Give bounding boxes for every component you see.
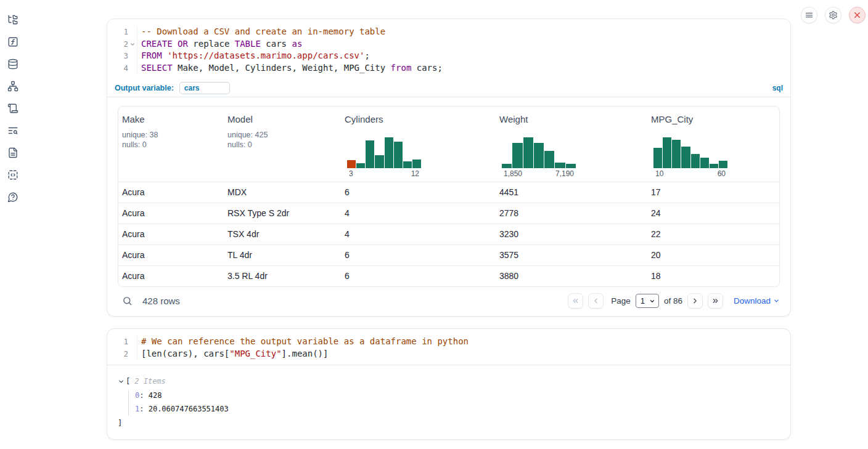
histogram-bar[interactable]	[566, 164, 576, 168]
code-text: [len(cars), cars["MPG_City"].mean()]	[137, 348, 328, 360]
sidebar-item-documentation[interactable]	[7, 147, 18, 158]
column-stats: unique: 38nulls: 0	[122, 130, 224, 150]
file-text-icon	[7, 147, 18, 158]
download-button[interactable]: Download	[734, 296, 780, 305]
table-cell: RSX Type S 2dr	[224, 208, 341, 218]
scroll-icon	[7, 103, 18, 114]
column-header-cylinders[interactable]: Cylinders312	[341, 107, 496, 182]
line-number: 1	[107, 336, 137, 348]
search-icon[interactable]	[122, 296, 133, 306]
column-name: Weight	[499, 114, 647, 124]
sidebar-item-snippets[interactable]	[7, 169, 18, 180]
function-square-icon	[7, 36, 18, 47]
fold-chevron-icon	[129, 41, 136, 47]
sidebar-item-help[interactable]	[7, 192, 18, 203]
sidebar-item-scratchpad[interactable]	[7, 103, 18, 114]
histogram-bar[interactable]	[356, 163, 365, 168]
column-header-mpg_city[interactable]: MPG_City1060	[647, 107, 779, 182]
output-variable-input[interactable]	[179, 82, 230, 94]
table-cell: Acura	[118, 271, 224, 281]
tree-close-bracket: ]	[118, 416, 780, 430]
histogram-bar[interactable]	[672, 140, 681, 168]
chevron-down-icon	[649, 298, 655, 304]
table-cell: MDX	[224, 187, 341, 197]
axis-label: 1,850	[504, 169, 522, 178]
line-number: 2	[107, 38, 137, 51]
network-icon	[7, 81, 18, 92]
next-page-button[interactable]	[687, 293, 703, 309]
chevrons-right-icon	[711, 297, 719, 305]
histogram-bar[interactable]	[523, 137, 533, 168]
output-variable-label: Output variable:	[115, 84, 174, 92]
sidebar	[0, 0, 26, 449]
python-code-editor[interactable]: 1# We can reference the output variable …	[107, 329, 790, 365]
histogram-bar[interactable]	[681, 147, 690, 168]
tree-items-count: 2 Items	[134, 374, 166, 388]
table-cell: 6	[341, 271, 496, 281]
column-header-make[interactable]: Makeunique: 38nulls: 0	[118, 107, 224, 182]
table-cell: 6	[341, 250, 496, 260]
histogram-bar[interactable]	[653, 148, 662, 168]
histogram-bar[interactable]	[502, 164, 512, 168]
histogram-bar[interactable]	[544, 151, 554, 168]
histogram-bar[interactable]	[394, 142, 403, 168]
table-cell: 4	[341, 208, 496, 218]
table-cell: 4	[341, 229, 496, 239]
table-row[interactable]: AcuraMDX6445117	[118, 182, 779, 203]
code-text: FROM 'https://datasets.marimo.app/cars.c…	[137, 50, 370, 62]
sidebar-item-file-explorer[interactable]	[7, 14, 18, 25]
hamburger-icon	[805, 10, 814, 20]
axis-label: 60	[718, 169, 726, 178]
histogram-bar[interactable]	[375, 155, 383, 168]
fold-toggle[interactable]	[129, 41, 136, 47]
prev-page-button[interactable]	[588, 293, 604, 309]
column-header-model[interactable]: Modelunique: 425nulls: 0	[224, 107, 341, 182]
gear-icon	[829, 10, 838, 20]
histogram-bar[interactable]	[534, 143, 544, 168]
sidebar-item-data-sources[interactable]	[7, 59, 18, 70]
histogram-bar[interactable]	[700, 158, 709, 168]
sql-code-editor[interactable]: 1-- Download a CSV and create an in-memo…	[107, 19, 790, 79]
sidebar-item-functions[interactable]	[7, 36, 18, 47]
table-row[interactable]: AcuraTSX 4dr4323022	[118, 224, 779, 245]
histogram-bar[interactable]	[719, 161, 727, 168]
table-cell: 3230	[496, 229, 647, 239]
histogram-bar[interactable]	[403, 161, 412, 168]
tree-open-bracket: [	[126, 374, 130, 388]
column-header-weight[interactable]: Weight1,8507,190	[496, 107, 647, 182]
page-select[interactable]: 1	[636, 294, 659, 308]
first-page-button[interactable]	[568, 293, 583, 309]
histogram-bar[interactable]	[555, 163, 565, 168]
column-stat: nulls: 0	[122, 140, 224, 150]
table-cell: 3.5 RL 4dr	[224, 271, 341, 281]
language-badge: sql	[772, 84, 783, 92]
histogram-bar[interactable]	[512, 143, 522, 168]
table-row[interactable]: Acura3.5 RL 4dr6388018	[118, 265, 779, 286]
folder-tree-icon	[7, 14, 18, 25]
table-row[interactable]: AcuraTL 4dr6357520	[118, 245, 779, 265]
code-text: CREATE OR replace TABLE cars as	[137, 38, 302, 51]
last-page-button[interactable]	[708, 293, 723, 309]
code-line: 1# We can reference the output variable …	[107, 336, 790, 348]
histogram-bar[interactable]	[385, 137, 393, 168]
table-footer: 428 rows Page 1 of 86	[118, 291, 780, 311]
table-row[interactable]: AcuraRSX Type S 2dr4277824	[118, 203, 779, 224]
histogram-bar[interactable]	[366, 140, 374, 168]
menu-button[interactable]	[801, 7, 817, 23]
sidebar-item-logs[interactable]	[7, 125, 18, 136]
page-select-value: 1	[641, 296, 645, 305]
sidebar-item-dependencies[interactable]	[7, 81, 18, 92]
settings-button[interactable]	[825, 7, 841, 23]
histogram-bar[interactable]	[412, 160, 421, 168]
table-cell: 4451	[496, 187, 647, 197]
histogram-bar[interactable]	[663, 137, 671, 168]
table-cell: 3880	[496, 271, 647, 281]
histogram-bar[interactable]	[710, 164, 718, 168]
page-label: Page	[611, 296, 631, 305]
histogram-bar[interactable]	[347, 160, 356, 168]
histogram-bar[interactable]	[691, 154, 700, 168]
tree-root[interactable]: [ 2 Items	[118, 374, 780, 388]
line-number: 2	[107, 348, 137, 360]
shutdown-button[interactable]	[849, 7, 866, 23]
database-icon	[7, 59, 18, 70]
